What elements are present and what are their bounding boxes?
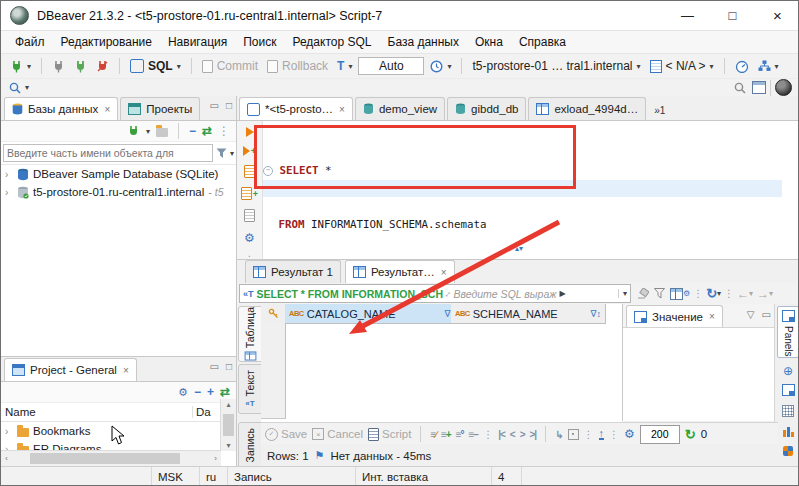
tab-sql-script[interactable]: *<t5-prosto… × xyxy=(239,97,353,120)
menu-help[interactable]: Справка xyxy=(511,32,574,52)
web-view-icon[interactable]: ⊕ xyxy=(783,365,793,377)
connection-dropdown-icon[interactable]: ▾ xyxy=(637,62,641,71)
menu-windows[interactable]: Окна xyxy=(467,32,511,52)
menu-navigation[interactable]: Навигация xyxy=(160,32,235,52)
collapse-all-icon[interactable]: − xyxy=(189,124,196,138)
row-header[interactable] xyxy=(261,399,286,419)
scrollbar-thumb[interactable] xyxy=(223,414,234,436)
expand-icon[interactable]: › xyxy=(5,187,13,198)
tab-project-close-icon[interactable]: × xyxy=(123,365,129,376)
panels-toggle-button[interactable]: Panels xyxy=(777,306,799,358)
delete-row-icon[interactable]: ≡− xyxy=(468,429,478,440)
sql-dropdown-icon[interactable]: ▾ xyxy=(177,62,181,71)
filter-dropdown-icon[interactable]: ▾ xyxy=(230,149,234,158)
calc-panel-icon[interactable] xyxy=(782,405,794,417)
table-options-button[interactable]: ⚙ xyxy=(670,288,690,300)
project-vertical-scrollbar[interactable]: ▴ ▾ xyxy=(220,399,236,451)
goto-row-icon[interactable]: ↳ xyxy=(555,429,562,440)
window-minimize-button[interactable]: — xyxy=(665,1,710,30)
dashboard-icon[interactable] xyxy=(732,58,752,75)
tab-demo-view[interactable]: demo_view xyxy=(355,97,445,120)
first-row-button[interactable]: |< xyxy=(498,429,505,440)
row-header[interactable] xyxy=(261,342,286,362)
tab-databases[interactable]: Базы данных × xyxy=(4,97,118,120)
dbeaver-perspective-avatar[interactable] xyxy=(775,79,792,96)
nav-back-button[interactable]: ← ▾ xyxy=(737,287,753,301)
execute-new-tab-icon[interactable]: + xyxy=(243,146,256,156)
column-sort-icon[interactable]: ↕ xyxy=(597,309,602,319)
database-selector[interactable]: < N/A > ▾ xyxy=(647,57,717,75)
save-filter-funnel-icon[interactable] xyxy=(654,288,665,299)
open-perspective-icon[interactable] xyxy=(752,81,766,94)
tab-databases-close-icon[interactable]: × xyxy=(104,104,110,115)
window-maximize-button[interactable]: □ xyxy=(710,1,755,30)
column-date-header[interactable]: Da xyxy=(192,406,221,418)
cancel-button[interactable]: × Cancel xyxy=(312,428,363,440)
menu-database[interactable]: База данных xyxy=(380,32,467,52)
erase-filter-icon[interactable] xyxy=(637,288,649,299)
expand-icon[interactable]: › xyxy=(5,426,13,437)
disconnect-icon[interactable] xyxy=(49,58,68,75)
project-maximize-icon[interactable]: □ xyxy=(226,361,232,372)
record-mode-toggle[interactable]: Запись xyxy=(238,422,262,468)
tab-result-1[interactable]: Результат 1 xyxy=(245,260,341,283)
database-dropdown-icon[interactable]: ▾ xyxy=(710,62,714,71)
new-connection-icon[interactable] xyxy=(127,125,140,138)
expand-icon[interactable]: › xyxy=(5,169,13,180)
execute-script-icon[interactable] xyxy=(244,165,255,178)
sql-editor-button[interactable]: SQL ▾ xyxy=(127,57,184,75)
filter-history-dropdown-icon[interactable]: ▾ xyxy=(618,289,627,298)
tab-result-2[interactable]: Результат… × xyxy=(345,260,455,283)
commit-mode-combo[interactable]: Auto xyxy=(358,57,424,75)
value-menu-icon[interactable]: ▽ xyxy=(747,309,755,320)
result-grid[interactable]: ABC CATALOG_NAME ∇↕ ABC SCHEMA_NAME ∇↕ xyxy=(261,304,622,422)
export-data-icon[interactable]: ↑ xyxy=(599,429,605,440)
link-with-editor-icon[interactable]: ⇄ xyxy=(220,385,230,399)
edit-row-icon[interactable]: ≡∕ xyxy=(430,429,436,440)
scroll-left-icon[interactable]: › xyxy=(1,454,12,463)
reconnect-icon[interactable] xyxy=(71,58,90,75)
focus-cell-icon[interactable] xyxy=(568,429,579,440)
databases-maximize-icon[interactable]: □ xyxy=(226,100,232,111)
disconnect-all-icon[interactable] xyxy=(93,58,112,75)
apply-filter-icon[interactable]: ▶ xyxy=(559,289,565,298)
new-folder-icon[interactable] xyxy=(156,128,168,137)
grid-corner-cell[interactable] xyxy=(261,304,286,324)
pin-icon[interactable]: ⚑ xyxy=(315,449,325,462)
compare-refresh-button[interactable]: ↻ ▾ xyxy=(706,286,721,301)
new-connection-dropdown-icon[interactable]: ▾ xyxy=(146,127,150,136)
scroll-up-icon[interactable]: ▴ xyxy=(222,400,234,409)
save-button[interactable]: ✓ Save xyxy=(265,428,307,441)
history-dropdown-icon[interactable]: ▾ xyxy=(447,62,451,71)
project-settings-icon[interactable]: ⚙ xyxy=(178,386,188,399)
scroll-down-icon[interactable]: ▾ xyxy=(222,441,234,450)
rollback-button[interactable]: Rollback xyxy=(264,57,331,75)
previous-row-button[interactable]: < xyxy=(510,429,515,440)
fetch-size-input[interactable] xyxy=(640,425,680,444)
connect-button[interactable]: ▾ xyxy=(7,58,34,75)
view-menu-icon[interactable]: ⋮ xyxy=(218,124,230,138)
row-header[interactable] xyxy=(261,323,286,343)
tab-close-icon[interactable]: × xyxy=(441,267,447,278)
tab-project-general[interactable]: Project - General × xyxy=(4,358,137,381)
window-close-button[interactable]: × xyxy=(755,1,799,30)
connect-dropdown-icon[interactable]: ▾ xyxy=(27,62,31,71)
menu-search[interactable]: Поиск xyxy=(235,32,284,52)
project-horizontal-scrollbar[interactable]: › › xyxy=(1,450,221,466)
chart-icon[interactable] xyxy=(783,426,794,437)
column-header-schema-name[interactable]: ABC SCHEMA_NAME ∇↕ xyxy=(451,304,606,324)
grouping-panel-icon[interactable] xyxy=(783,446,793,456)
tab-close-icon[interactable]: × xyxy=(339,104,345,115)
tree-filter-input[interactable] xyxy=(3,144,213,162)
databases-minimize-icon[interactable]: ▭ xyxy=(210,100,219,111)
editor-settings-icon[interactable]: ⚙ xyxy=(244,231,255,245)
next-row-button[interactable]: > xyxy=(520,429,525,440)
link-with-editor-icon[interactable]: ⇄ xyxy=(202,124,212,138)
script-button[interactable]: Script xyxy=(368,428,411,441)
network-dropdown-icon[interactable]: ▾ xyxy=(775,62,779,71)
transaction-dropdown-icon[interactable]: ▾ xyxy=(348,62,352,71)
transaction-mode-button[interactable]: T ▾ xyxy=(334,57,355,75)
explain-plan-icon[interactable] xyxy=(244,209,255,222)
scrollbar-thumb[interactable] xyxy=(30,453,180,464)
filter-funnel-icon[interactable] xyxy=(216,148,227,159)
